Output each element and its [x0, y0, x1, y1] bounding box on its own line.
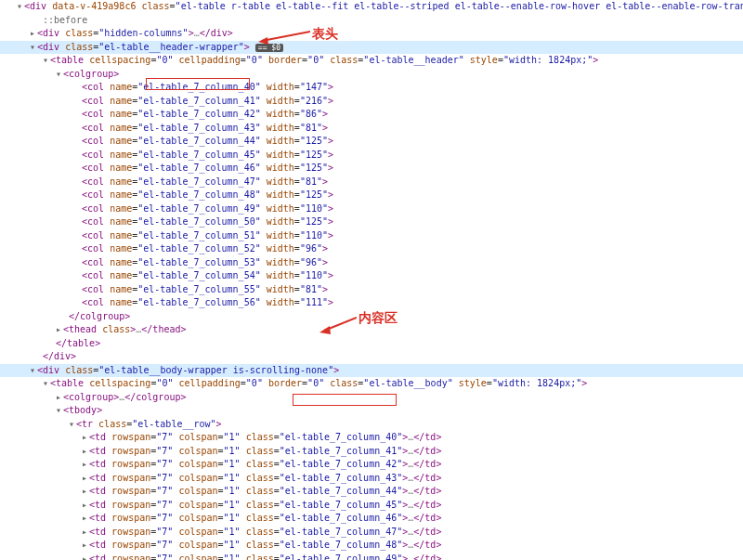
dom-node[interactable]: ▾<colgroup>	[0, 68, 743, 82]
chevron-down-icon[interactable]: ▾	[30, 364, 37, 378]
dom-node[interactable]: ▾<table cellspacing="0" cellpadding="0" …	[0, 377, 743, 391]
dom-node[interactable]: <col name="el-table_7_column_53" width="…	[0, 256, 743, 270]
chevron-right-icon[interactable]: ▸	[82, 445, 89, 459]
dom-node[interactable]: <col name="el-table_7_column_55" width="…	[0, 283, 743, 297]
chevron-down-icon[interactable]: ▾	[43, 377, 50, 391]
arrow-icon	[319, 314, 357, 334]
dom-node[interactable]: ▸<td rowspan="7" colspan="1" class="el-t…	[0, 431, 743, 445]
devtools-viewport: 表头 内容区 ▾<div data-v-419a98c6 class="el-t…	[0, 0, 743, 560]
dom-node[interactable]: ▸<td rowspan="7" colspan="1" class="el-t…	[0, 526, 743, 540]
annotation-body: 内容区	[358, 308, 398, 327]
dom-node[interactable]: </div>	[0, 350, 743, 364]
dom-node[interactable]: ▸<td rowspan="7" colspan="1" class="el-t…	[0, 553, 743, 561]
arrow-icon	[258, 28, 310, 45]
dom-node[interactable]: ▸<td rowspan="7" colspan="1" class="el-t…	[0, 539, 743, 553]
dom-node[interactable]: <col name="el-table_7_column_41" width="…	[0, 95, 743, 109]
chevron-down-icon[interactable]: ▾	[56, 404, 63, 418]
dom-node[interactable]: ▸<td rowspan="7" colspan="1" class="el-t…	[0, 512, 743, 526]
dom-node[interactable]: </table>	[0, 337, 743, 351]
dom-node[interactable]: <col name="el-table_7_column_40" width="…	[0, 81, 743, 95]
chevron-down-icon[interactable]: ▾	[69, 418, 76, 432]
dom-node[interactable]: <col name="el-table_7_column_51" width="…	[0, 229, 743, 243]
chevron-right-icon[interactable]: ▸	[82, 539, 89, 553]
dom-node[interactable]: <col name="el-table_7_column_47" width="…	[0, 176, 743, 189]
dom-node[interactable]: ▸<td rowspan="7" colspan="1" class="el-t…	[0, 445, 743, 459]
chevron-right-icon[interactable]: ▸	[82, 526, 89, 540]
chevron-right-icon[interactable]: ▸	[82, 485, 89, 499]
dom-node[interactable]: <col name="el-table_7_column_49" width="…	[0, 202, 743, 216]
dom-node[interactable]: <col name="el-table_7_column_54" width="…	[0, 269, 743, 283]
dom-node[interactable]: ▾<div data-v-419a98c6 class="el-table r-…	[0, 0, 743, 14]
dom-node[interactable]: <col name="el-table_7_column_46" width="…	[0, 162, 743, 176]
svg-marker-1	[258, 37, 268, 45]
chevron-down-icon[interactable]: ▾	[56, 68, 63, 82]
chevron-right-icon[interactable]: ▸	[82, 458, 89, 472]
highlight-box-col	[146, 78, 250, 90]
dom-node[interactable]: <col name="el-table_7_column_44" width="…	[0, 135, 743, 149]
dom-node[interactable]: ▾<tbody>	[0, 404, 743, 418]
dom-node[interactable]: ▾<tr class="el-table__row">	[0, 418, 743, 432]
dom-node[interactable]: <col name="el-table_7_column_45" width="…	[0, 149, 743, 163]
pseudo-before: ::before	[0, 14, 743, 28]
dom-node[interactable]: ▸<td rowspan="7" colspan="1" class="el-t…	[0, 472, 743, 486]
chevron-right-icon[interactable]: ▸	[82, 553, 89, 561]
chevron-right-icon[interactable]: ▸	[56, 391, 63, 405]
chevron-right-icon[interactable]: ▸	[82, 499, 89, 513]
svg-marker-3	[319, 326, 331, 334]
dom-node[interactable]: ▸<td rowspan="7" colspan="1" class="el-t…	[0, 499, 743, 513]
dom-node[interactable]: <col name="el-table_7_column_43" width="…	[0, 122, 743, 136]
chevron-down-icon[interactable]: ▾	[17, 0, 24, 14]
chevron-right-icon[interactable]: ▸	[82, 472, 89, 486]
annotation-header: 表头	[312, 24, 338, 43]
dom-node[interactable]: <col name="el-table_7_column_48" width="…	[0, 189, 743, 202]
dom-node[interactable]: <col name="el-table_7_column_50" width="…	[0, 215, 743, 229]
dom-node[interactable]: ▾<div class="el-table__body-wrapper is-s…	[0, 364, 743, 378]
dom-node[interactable]: ▸<td rowspan="7" colspan="1" class="el-t…	[0, 485, 743, 499]
dom-node[interactable]: <col name="el-table_7_column_52" width="…	[0, 242, 743, 256]
highlight-box-td	[293, 394, 397, 406]
dom-node[interactable]: ▸<div class="hidden-columns">…</div>	[0, 27, 743, 41]
chevron-right-icon[interactable]: ▸	[30, 27, 37, 41]
dom-node[interactable]: <col name="el-table_7_column_42" width="…	[0, 108, 743, 122]
chevron-down-icon[interactable]: ▾	[43, 54, 50, 68]
chevron-right-icon[interactable]: ▸	[56, 323, 63, 337]
dom-node[interactable]: ▾<table cellspacing="0" cellpadding="0" …	[0, 54, 743, 68]
dom-node[interactable]: ▸<td rowspan="7" colspan="1" class="el-t…	[0, 458, 743, 472]
chevron-right-icon[interactable]: ▸	[82, 512, 89, 526]
chevron-right-icon[interactable]: ▸	[82, 431, 89, 445]
svg-line-0	[262, 32, 310, 41]
dom-node-selected[interactable]: ▾<div class="el-table__header-wrapper">=…	[0, 41, 743, 55]
chevron-down-icon[interactable]: ▾	[30, 41, 37, 55]
